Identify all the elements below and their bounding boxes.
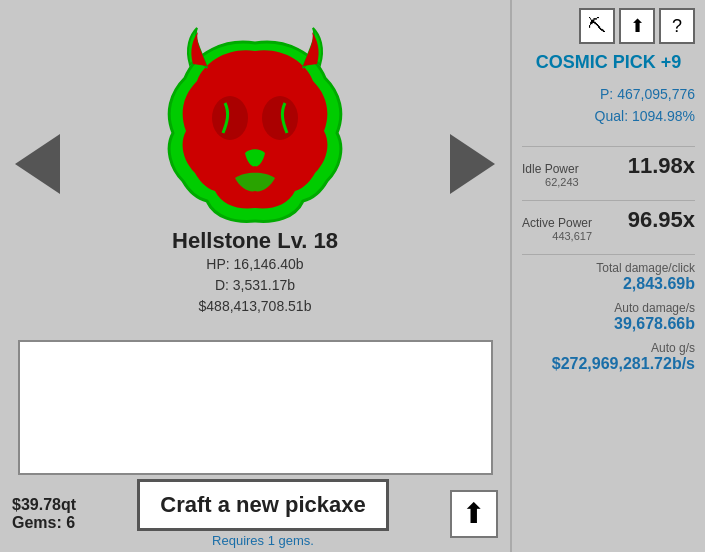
total-damage-value: 2,843.69b (623, 275, 695, 293)
quality-value: Qual: 1094.98% (522, 105, 695, 127)
idle-power-label: Idle Power 62,243 (522, 162, 579, 188)
pickaxe-icon: ⛏ (588, 16, 606, 37)
gems-value: Gems: 6 (12, 514, 76, 532)
total-damage-label: Total damage/click (596, 261, 695, 275)
divider-3 (522, 254, 695, 255)
active-power-label: Active Power 443,617 (522, 216, 592, 242)
monster-reward: $488,413,708.51b (172, 296, 338, 317)
monster-hp: HP: 16,146.40b (172, 254, 338, 275)
idle-power-value: 11.98x (628, 153, 695, 179)
save-icon-button[interactable]: ⬆ (619, 8, 655, 44)
svg-point-0 (212, 96, 248, 140)
battle-log[interactable] (18, 340, 493, 475)
divider-2 (522, 200, 695, 201)
pickaxe-icon-button[interactable]: ⛏ (579, 8, 615, 44)
upload-button[interactable]: ⬆ (450, 490, 498, 538)
monster-damage: D: 3,531.17b (172, 275, 338, 296)
auto-g-label: Auto g/s (651, 341, 695, 355)
craft-pickaxe-button[interactable]: Craft a new pickaxe (137, 479, 388, 531)
active-power-value: 96.95x (628, 207, 695, 233)
top-icons: ⛏ ⬆ ? (522, 8, 695, 44)
save-icon: ⬆ (630, 15, 645, 37)
monster-info: Hellstone Lv. 18 HP: 16,146.40b D: 3,531… (172, 228, 338, 317)
currency-info: $39.78qt Gems: 6 (12, 496, 76, 532)
currency-value: $39.78qt (12, 496, 76, 514)
next-monster-button[interactable] (450, 134, 495, 206)
divider-1 (522, 146, 695, 147)
auto-g-value: $272,969,281.72b/s (552, 355, 695, 373)
monster-area: Hellstone Lv. 18 HP: 16,146.40b D: 3,531… (0, 0, 510, 340)
idle-power-row: Idle Power 62,243 11.98x (522, 153, 695, 188)
pickaxe-title: COSMIC PICK +9 (522, 52, 695, 73)
svg-point-1 (262, 96, 298, 140)
monster-name: Hellstone Lv. 18 (172, 228, 338, 254)
help-icon-button[interactable]: ? (659, 8, 695, 44)
monster-image (155, 23, 355, 223)
auto-damage-row: Auto damage/s 39,678.66b (522, 301, 695, 333)
right-panel: ⛏ ⬆ ? COSMIC PICK +9 P: 467,095,776 Qual… (510, 0, 705, 552)
auto-damage-value: 39,678.66b (614, 315, 695, 333)
help-icon: ? (672, 16, 682, 37)
monster-stats: HP: 16,146.40b D: 3,531.17b $488,413,708… (172, 254, 338, 317)
power-quality-stats: P: 467,095,776 Qual: 1094.98% (522, 83, 695, 128)
craft-requirement: Requires 1 gems. (212, 533, 314, 548)
craft-button-container: Craft a new pickaxe Requires 1 gems. (137, 479, 388, 548)
game-container: Hellstone Lv. 18 HP: 16,146.40b D: 3,531… (0, 0, 705, 552)
upload-icon: ⬆ (462, 497, 485, 530)
prev-monster-button[interactable] (15, 134, 60, 206)
active-power-row: Active Power 443,617 96.95x (522, 207, 695, 242)
total-damage-row: Total damage/click 2,843.69b (522, 261, 695, 293)
auto-g-row: Auto g/s $272,969,281.72b/s (522, 341, 695, 373)
monster-display: Hellstone Lv. 18 HP: 16,146.40b D: 3,531… (155, 23, 355, 317)
auto-damage-label: Auto damage/s (614, 301, 695, 315)
power-value: P: 467,095,776 (522, 83, 695, 105)
bottom-bar: $39.78qt Gems: 6 Craft a new pickaxe Req… (0, 475, 510, 552)
left-panel: Hellstone Lv. 18 HP: 16,146.40b D: 3,531… (0, 0, 510, 552)
